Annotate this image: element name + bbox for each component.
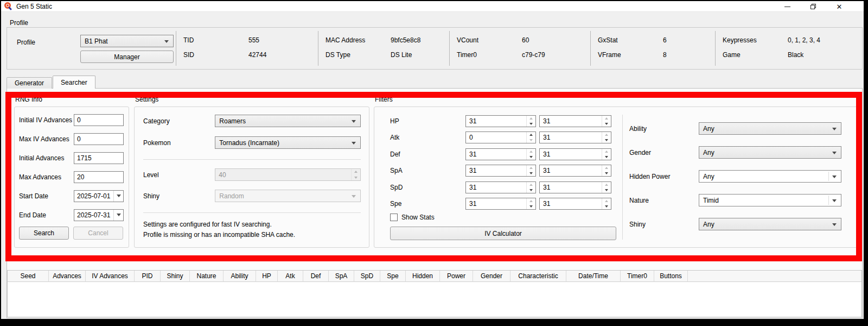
filter-dropdown-row: Shiny Any: [629, 218, 857, 230]
iv-stat-label: HP: [390, 117, 399, 125]
rng-field-row: Start Date 2025-07-01: [15, 186, 129, 205]
filter-dropdown-row: Hidden Power Any: [629, 170, 857, 183]
tab[interactable]: Searcher: [53, 76, 95, 89]
column-header[interactable]: Timer0: [621, 271, 654, 282]
profile-info-columns: TID 555 SID 42744 MAC Address 9bfc5e8c8 …: [176, 31, 860, 66]
manager-button[interactable]: Manager: [80, 51, 174, 63]
iv-max-spinner[interactable]: 31: [539, 115, 611, 127]
iv-min-spinner[interactable]: 31: [465, 115, 536, 127]
spinner-buttons[interactable]: [602, 149, 611, 160]
spinner-buttons[interactable]: [602, 198, 611, 209]
spinner-buttons[interactable]: [526, 182, 535, 193]
info-value: 60: [522, 36, 529, 44]
iv-min-spinner[interactable]: 31: [465, 165, 536, 177]
spinner-buttons[interactable]: [526, 132, 535, 143]
shiny-select[interactable]: Random: [215, 190, 361, 202]
results-table-header: Seed Advances IV Advances PID Shiny: [8, 271, 861, 282]
restore-button[interactable]: [804, 1, 822, 12]
filter-dropdown[interactable]: Timid: [699, 194, 841, 206]
rng-field-label: End Date: [19, 211, 74, 219]
chevron-down-icon: [352, 142, 356, 145]
rng-field-input[interactable]: 2025-07-01: [74, 190, 124, 202]
profile-select[interactable]: B1 Phat: [80, 35, 174, 47]
show-stats-checkbox[interactable]: [390, 214, 398, 221]
rng-field-input[interactable]: 1715: [74, 152, 124, 164]
cancel-button[interactable]: Cancel: [73, 227, 123, 240]
spinner-buttons[interactable]: [602, 165, 611, 176]
rng-info-frame: Initial IV Advances 0 Max IV Advances 0: [14, 106, 129, 248]
column-header[interactable]: SpA: [329, 271, 354, 282]
profile-info-row: TID 555: [183, 36, 318, 44]
spinner-buttons[interactable]: [351, 169, 360, 180]
iv-max-spinner[interactable]: 31: [539, 165, 611, 177]
column-header[interactable]: Advances: [49, 271, 86, 282]
iv-max-spinner[interactable]: 31: [539, 181, 611, 193]
spin-up-icon: [602, 132, 611, 137]
info-value: DS Lite: [391, 51, 412, 59]
rng-field-value: 0: [77, 116, 81, 124]
spinner-buttons[interactable]: [602, 132, 611, 143]
column-header[interactable]: Characteristic: [510, 271, 566, 282]
column-header[interactable]: Gender: [473, 271, 510, 282]
filter-dropdown-row: Gender Any: [629, 146, 857, 159]
column-header[interactable]: Hidden: [406, 271, 440, 282]
iv-min-spinner[interactable]: 31: [465, 148, 536, 160]
results-table: Seed Advances IV Advances PID Shiny: [7, 270, 862, 317]
spinner-buttons[interactable]: [602, 182, 611, 193]
column-header[interactable]: Power: [440, 271, 473, 282]
iv-max-spinner[interactable]: 31: [539, 148, 611, 160]
iv-min-spinner[interactable]: 31: [465, 198, 536, 210]
column-header[interactable]: Atk: [278, 271, 303, 282]
pokemon-select[interactable]: Tornadus (Incarnate): [215, 136, 361, 149]
filter-dropdown[interactable]: Any: [699, 122, 841, 135]
profile-info-column: MAC Address 9bfc5e8c8 DS Type DS Lite: [318, 31, 449, 66]
column-header[interactable]: Seed: [8, 271, 49, 282]
spinner-buttons[interactable]: [526, 198, 535, 209]
spinner-buttons[interactable]: [526, 165, 535, 176]
settings-title: Settings: [134, 96, 369, 106]
column-header[interactable]: Def: [303, 271, 329, 282]
search-button[interactable]: Search: [19, 227, 69, 240]
column-header[interactable]: PID: [135, 271, 161, 282]
rng-field-input[interactable]: 0: [74, 114, 124, 126]
searcher-tab-panel: RNG Info Initial IV Advances 0 Max IV Ad…: [7, 88, 863, 318]
filter-dropdown[interactable]: Any: [699, 170, 841, 183]
iv-calculator-button[interactable]: IV Calculator: [390, 227, 616, 240]
iv-max-spinner[interactable]: 31: [539, 131, 611, 143]
filter-dropdown[interactable]: Any: [699, 218, 841, 230]
tab[interactable]: Generator: [7, 77, 52, 89]
date-dropdown-button[interactable]: [113, 210, 123, 221]
spin-up-icon: [602, 116, 611, 121]
column-header[interactable]: HP: [256, 271, 278, 282]
level-spinner[interactable]: 40: [215, 168, 361, 181]
spinner-buttons[interactable]: [526, 116, 535, 127]
iv-max-spinner[interactable]: 31: [539, 198, 611, 210]
column-header[interactable]: IV Advances: [86, 271, 135, 282]
column-header[interactable]: Buttons: [654, 271, 688, 282]
column-header[interactable]: Nature: [190, 271, 224, 282]
filter-dropdown[interactable]: Any: [699, 146, 841, 159]
date-dropdown-button[interactable]: [113, 191, 123, 202]
spin-up-icon: [527, 149, 535, 154]
rng-field-input[interactable]: 0: [74, 133, 124, 145]
close-button[interactable]: ✕: [830, 1, 848, 12]
spinner-buttons[interactable]: [602, 116, 611, 127]
iv-min-spinner[interactable]: 31: [465, 181, 536, 193]
info-label: DS Type: [326, 51, 391, 59]
column-header[interactable]: SpD: [354, 271, 380, 282]
info-label: TID: [183, 36, 248, 44]
iv-min-spinner[interactable]: 0: [465, 131, 536, 143]
info-value: c79-c79: [522, 51, 545, 59]
rng-field-input[interactable]: 2025-07-31: [74, 209, 124, 221]
column-header[interactable]: Shiny: [161, 271, 190, 282]
column-header[interactable]: Ability: [224, 271, 256, 282]
column-header[interactable]: Date/Time: [566, 271, 621, 282]
spin-up-icon: [527, 198, 535, 204]
column-header[interactable]: Spe: [380, 271, 406, 282]
category-select[interactable]: Roamers: [215, 115, 361, 127]
spin-down-icon: [602, 171, 611, 176]
title-bar: Gen 5 Static ✕: [1, 1, 864, 12]
rng-field-input[interactable]: 20: [74, 171, 124, 183]
minimize-button[interactable]: [778, 1, 796, 12]
spinner-buttons[interactable]: [526, 149, 535, 160]
